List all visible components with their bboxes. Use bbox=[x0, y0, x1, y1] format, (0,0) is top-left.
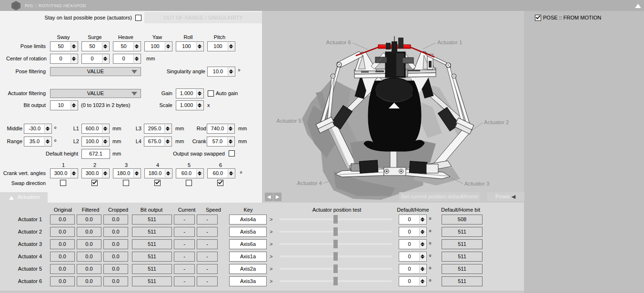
svg-text:Actuator 5: Actuator 5 bbox=[277, 118, 302, 124]
svg-text:Actuator 6: Actuator 6 bbox=[326, 39, 351, 45]
svg-text:Actuator 2: Actuator 2 bbox=[484, 119, 509, 125]
svg-text:Actuator 4: Actuator 4 bbox=[297, 180, 322, 186]
svg-text:Actuator 1: Actuator 1 bbox=[437, 39, 462, 45]
svg-text:Actuator 3: Actuator 3 bbox=[464, 181, 489, 186]
